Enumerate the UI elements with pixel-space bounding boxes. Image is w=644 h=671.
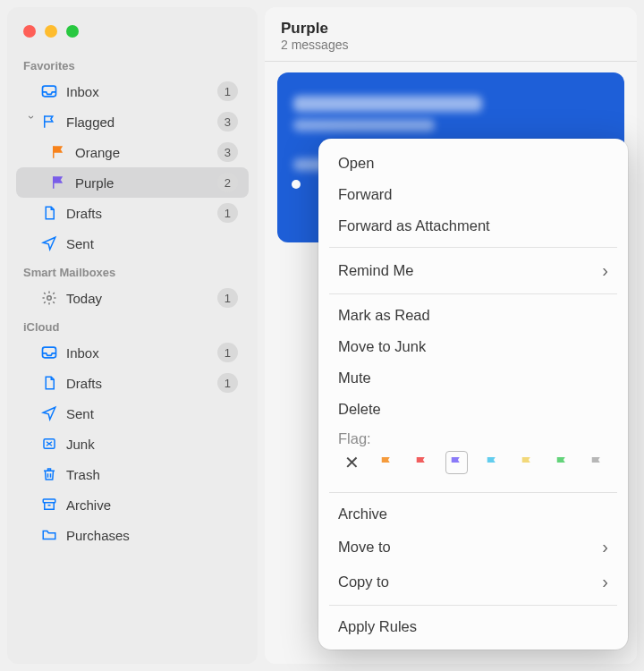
flag-grey-button[interactable] — [586, 451, 608, 474]
paperplane-icon — [39, 403, 59, 423]
sidebar-item-label: Drafts — [66, 206, 217, 221]
chevron-down-icon[interactable]: › — [25, 115, 38, 128]
ctx-apply-rules[interactable]: Apply Rules — [318, 611, 628, 642]
flag-clear-button[interactable]: ✕ — [342, 452, 362, 473]
sidebar-item-count: 1 — [217, 81, 238, 101]
ctx-move-to[interactable]: Move to › — [318, 530, 628, 565]
ctx-delete[interactable]: Delete — [318, 394, 628, 425]
ctx-forward-as-attachment[interactable]: Forward as Attachment — [318, 210, 628, 242]
sidebar-item-icloud-drafts[interactable]: › Drafts 1 — [16, 368, 249, 398]
menu-separator — [329, 247, 617, 248]
message-context-menu: Open Forward Forward as Attachment Remin… — [318, 139, 628, 650]
mailbox-title: Purple — [281, 20, 621, 38]
chevron-right-icon: › — [602, 260, 608, 281]
sidebar-item-today[interactable]: › Today 1 — [16, 283, 249, 313]
ctx-archive[interactable]: Archive — [318, 498, 628, 530]
menu-separator — [329, 492, 617, 493]
sidebar-item-icloud-archive[interactable]: › Archive — [16, 489, 249, 520]
window-traffic-lights — [13, 18, 252, 52]
sidebar-item-label: Purple — [75, 175, 217, 191]
sidebar-item-label: Inbox — [66, 345, 217, 361]
sidebar-item-label: Archive — [66, 497, 238, 513]
sidebar-item-label: Drafts — [66, 376, 217, 391]
sidebar-item-label: Flagged — [66, 115, 217, 130]
inbox-icon — [39, 343, 59, 362]
ctx-mute[interactable]: Mute — [318, 362, 628, 394]
document-icon — [39, 203, 59, 223]
flag-orange-button[interactable] — [375, 451, 397, 474]
chevron-right-icon: › — [602, 537, 608, 557]
close-window-button[interactable] — [23, 25, 36, 38]
maximize-window-button[interactable] — [66, 25, 79, 38]
ctx-copy-to[interactable]: Copy to › — [318, 565, 628, 599]
sidebar-item-label: Junk — [66, 437, 238, 452]
sidebar-item-icloud-sent[interactable]: › Sent — [16, 398, 249, 429]
sidebar-item-icloud-junk[interactable]: › Junk — [16, 429, 249, 459]
archive-icon — [39, 495, 59, 514]
flag-yellow-button[interactable] — [515, 451, 538, 474]
sidebar-item-count: 3 — [217, 142, 238, 162]
sidebar-item-count: 3 — [217, 112, 238, 132]
gear-icon — [39, 288, 59, 308]
sidebar-item-icloud-trash[interactable]: › Trash — [16, 459, 249, 489]
sidebar-item-sent[interactable]: › Sent — [16, 228, 249, 259]
sidebar-item-label: Purchases — [66, 528, 238, 543]
sidebar-item-count: 1 — [217, 203, 238, 223]
sidebar-item-count: 1 — [217, 373, 238, 393]
menu-separator — [329, 605, 617, 606]
ctx-move-to-junk[interactable]: Move to Junk — [318, 331, 628, 362]
paperplane-icon — [39, 234, 59, 253]
sidebar-section-smart: Smart Mailboxes — [13, 259, 252, 283]
svg-rect-4 — [43, 499, 55, 503]
sidebar-item-purple[interactable]: Purple 2 — [16, 167, 249, 198]
unread-indicator-icon — [292, 180, 301, 189]
sidebar-item-count: 1 — [217, 343, 238, 362]
ctx-forward[interactable]: Forward — [318, 179, 628, 210]
sidebar-item-label: Sent — [66, 406, 238, 421]
sidebar-item-count: 2 — [217, 173, 238, 192]
flag-red-button[interactable] — [411, 451, 433, 474]
sidebar-item-orange[interactable]: Orange 3 — [16, 137, 249, 167]
sidebar-item-drafts[interactable]: › Drafts 1 — [16, 198, 249, 228]
message-list-header: Purple 2 messages — [265, 7, 637, 62]
sidebar-item-icloud-inbox[interactable]: › Inbox 1 — [16, 337, 249, 368]
sidebar-item-label: Inbox — [66, 84, 217, 99]
mailbox-message-count: 2 messages — [281, 38, 621, 52]
ctx-open[interactable]: Open — [318, 148, 628, 179]
document-icon — [39, 373, 59, 393]
flag-purple-button[interactable] — [445, 451, 468, 474]
flag-blue-button[interactable] — [480, 451, 503, 474]
sidebar-item-label: Orange — [75, 145, 217, 160]
menu-separator — [329, 293, 617, 294]
sidebar-item-label: Today — [66, 291, 217, 306]
flag-icon — [39, 112, 59, 132]
svg-point-1 — [47, 296, 52, 301]
sidebar-item-flagged[interactable]: › Flagged 3 — [16, 106, 249, 137]
sidebar-item-inbox[interactable]: › Inbox 1 — [16, 76, 249, 106]
message-subject-blurred — [293, 96, 482, 112]
message-preview-blurred — [293, 119, 435, 132]
ctx-mark-as-read[interactable]: Mark as Read — [318, 300, 628, 331]
mail-sidebar: Favorites › Inbox 1 › Flagged 3 Orange 3… — [7, 7, 258, 664]
sidebar-item-label: Trash — [66, 467, 238, 482]
chevron-right-icon: › — [602, 572, 608, 592]
sidebar-section-icloud: iCloud — [13, 313, 252, 337]
inbox-icon — [39, 81, 59, 101]
sidebar-item-icloud-purchases[interactable]: › Purchases — [16, 520, 249, 550]
flag-orange-icon — [48, 142, 68, 162]
flag-green-button[interactable] — [551, 451, 573, 474]
sidebar-item-label: Sent — [66, 236, 238, 251]
folder-icon — [39, 525, 59, 545]
junk-icon — [39, 434, 59, 454]
flag-picker-label: Flag: — [338, 430, 608, 447]
ctx-remind-me[interactable]: Remind Me › — [318, 253, 628, 288]
minimize-window-button[interactable] — [45, 25, 57, 38]
sidebar-item-count: 1 — [217, 288, 238, 308]
flag-purple-icon — [48, 173, 68, 192]
trash-icon — [39, 464, 59, 484]
ctx-flag-picker: Flag: ✕ — [318, 425, 628, 487]
sidebar-section-favorites: Favorites — [13, 52, 252, 76]
